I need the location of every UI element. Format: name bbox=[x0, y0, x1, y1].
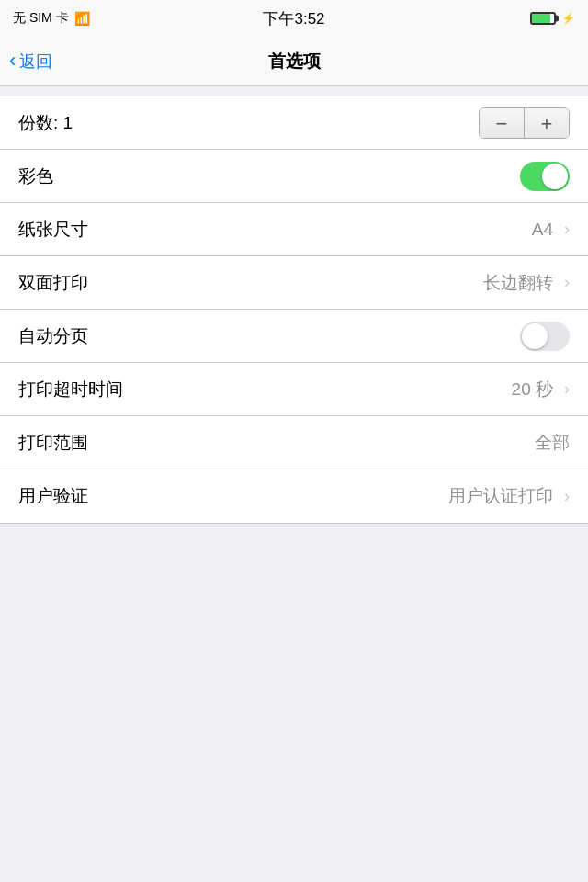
back-chevron-icon: ‹ bbox=[9, 49, 16, 73]
range-value-container: 全部 bbox=[535, 431, 570, 455]
paper-size-row[interactable]: 纸张尺寸 A4 › bbox=[0, 203, 588, 256]
chevron-icon: › bbox=[564, 379, 570, 399]
auth-value: 用户认证打印 bbox=[448, 484, 553, 508]
wifi-icon: 📶 bbox=[74, 11, 90, 26]
chevron-icon: › bbox=[564, 487, 570, 506]
paper-size-label: 纸张尺寸 bbox=[18, 218, 88, 242]
copies-row: 份数: 1 − + bbox=[0, 96, 588, 150]
bolt-icon: ⚡ bbox=[561, 12, 575, 25]
status-battery: ⚡ bbox=[530, 12, 575, 25]
status-carrier-wifi: 无 SIM 卡 📶 bbox=[13, 10, 90, 27]
timeout-label: 打印超时时间 bbox=[18, 378, 123, 401]
paper-size-value-container: A4 › bbox=[532, 220, 570, 240]
duplex-value: 长边翻转 bbox=[483, 271, 553, 295]
copies-stepper: − + bbox=[479, 107, 570, 139]
color-label: 彩色 bbox=[18, 164, 53, 188]
duplex-value-container: 长边翻转 › bbox=[483, 271, 570, 295]
status-time: 下午3:52 bbox=[263, 8, 324, 29]
paper-size-value: A4 bbox=[532, 220, 553, 240]
copies-plus-button[interactable]: + bbox=[525, 108, 569, 139]
page-title: 首选项 bbox=[268, 50, 321, 74]
range-value: 全部 bbox=[535, 431, 570, 455]
toggle-knob bbox=[542, 164, 568, 189]
copies-label: 份数: 1 bbox=[18, 111, 73, 135]
settings-list: 份数: 1 − + 彩色 纸张尺寸 A4 › 双面打印 长边翻转 › bbox=[0, 96, 588, 524]
range-row: 打印范围 全部 bbox=[0, 416, 588, 469]
timeout-row[interactable]: 打印超时时间 20 秒 › bbox=[0, 363, 588, 416]
status-bar: 无 SIM 卡 📶 下午3:52 ⚡ bbox=[0, 0, 588, 37]
color-toggle[interactable] bbox=[520, 162, 570, 191]
auth-label: 用户验证 bbox=[18, 484, 88, 508]
auth-value-container: 用户认证打印 › bbox=[448, 484, 570, 508]
auto-page-toggle-container bbox=[520, 322, 570, 351]
toggle-knob bbox=[522, 323, 548, 349]
duplex-label: 双面打印 bbox=[18, 271, 88, 295]
battery-icon bbox=[530, 12, 556, 25]
color-toggle-container bbox=[520, 162, 570, 191]
range-label: 打印范围 bbox=[18, 431, 88, 455]
back-label: 返回 bbox=[19, 51, 52, 73]
top-separator bbox=[0, 86, 588, 96]
nav-bar: ‹ 返回 首选项 bbox=[0, 37, 588, 86]
auth-row[interactable]: 用户验证 用户认证打印 › bbox=[0, 469, 588, 523]
footer-space bbox=[0, 524, 588, 560]
timeout-value-container: 20 秒 › bbox=[512, 378, 570, 401]
back-button[interactable]: ‹ 返回 bbox=[9, 50, 52, 73]
auto-page-row: 自动分页 bbox=[0, 310, 588, 363]
chevron-icon: › bbox=[564, 273, 570, 292]
copies-minus-button[interactable]: − bbox=[480, 108, 524, 139]
auto-page-toggle[interactable] bbox=[520, 322, 570, 351]
carrier-text: 无 SIM 卡 bbox=[13, 10, 69, 27]
duplex-row[interactable]: 双面打印 长边翻转 › bbox=[0, 256, 588, 310]
auto-page-label: 自动分页 bbox=[18, 324, 88, 348]
copies-stepper-container: − + bbox=[479, 107, 570, 139]
chevron-icon: › bbox=[564, 220, 570, 239]
color-row: 彩色 bbox=[0, 150, 588, 203]
timeout-value: 20 秒 bbox=[512, 378, 553, 401]
